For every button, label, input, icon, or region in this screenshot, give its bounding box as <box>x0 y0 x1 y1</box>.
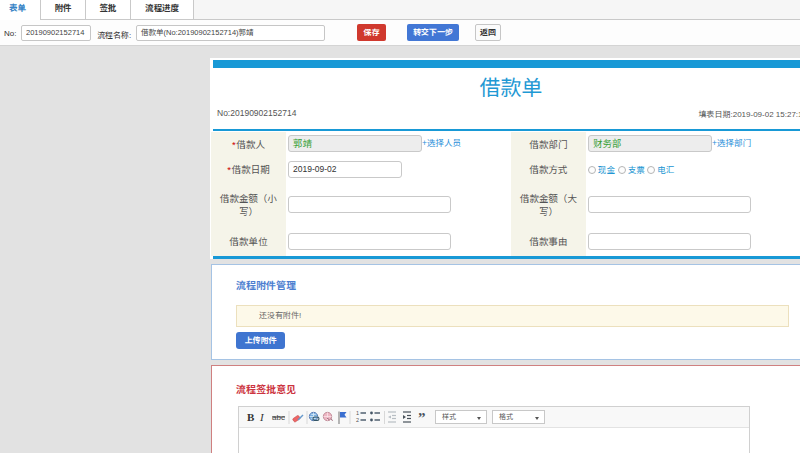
svg-text:2: 2 <box>356 417 359 423</box>
svg-text:B: B <box>247 411 255 423</box>
svg-text:”: ” <box>418 410 426 426</box>
svg-text:I: I <box>259 411 265 423</box>
svg-text:1: 1 <box>356 410 359 416</box>
